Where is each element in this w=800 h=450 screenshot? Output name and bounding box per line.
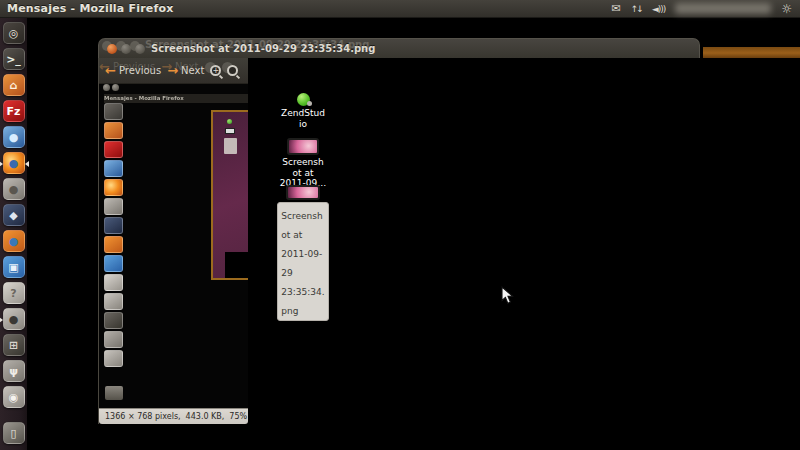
screenshot-1-label: Screensh ot at 2011-09… [280, 157, 327, 189]
viewed-mini-launcher-item [104, 293, 123, 310]
launcher-item-filezilla[interactable]: Fz [3, 100, 25, 122]
next-label: Next [181, 65, 204, 76]
launcher-item-cd-disc[interactable]: ◉ [3, 386, 25, 408]
launcher-icon: >_ [6, 54, 21, 65]
previous-label: Previous [119, 65, 161, 76]
viewed-mini-launcher-item [104, 122, 123, 139]
launcher-icon: ◆ [9, 210, 17, 221]
background-window-strip [703, 47, 800, 58]
screenshot-2-label: Screensh ot at 2011-09- 29 23:35:34. png [281, 211, 324, 316]
zendstudio-icon [297, 93, 310, 106]
launcher-icon: ⌂ [10, 80, 18, 91]
launcher-item-usb-drive[interactable]: ψ [3, 360, 25, 382]
viewer-statusbar: 1366 × 768 pixels, 443.0 KB, 75% [99, 408, 248, 424]
launcher-item-blender[interactable]: ● [3, 230, 25, 252]
zoom-fit-icon[interactable] [227, 65, 238, 76]
trash-icon: ▯ [10, 428, 16, 439]
envelope-icon[interactable]: ✉ [611, 1, 620, 17]
volume-icon[interactable]: ◄))) [652, 1, 665, 17]
top-panel: Mensajes - Mozilla Firefox ✉ ↑↓ ◄))) ☼ [0, 0, 800, 18]
launcher-icon: ● [9, 236, 19, 247]
viewer-titlebar[interactable]: Screenshot at 2011-09-29 23:35:34.png [98, 38, 700, 58]
launcher-icon: ◎ [9, 28, 19, 39]
viewed-mini-launcher-item [104, 274, 123, 291]
active-window-title: Mensajes - Mozilla Firefox [0, 2, 174, 15]
launcher-item-screenshot-tool[interactable]: ● [3, 308, 25, 330]
unity-launcher: ◎ >_ ⌂ Fz ● ● ● ◆ ● ▣ [0, 18, 27, 450]
launcher-icon: ? [10, 288, 16, 299]
launcher-icon: ● [9, 158, 19, 169]
launcher-item-workspace-switcher[interactable]: ⊞ [3, 334, 25, 356]
viewed-mini-button [103, 84, 110, 91]
maximize-button[interactable] [135, 44, 145, 54]
launcher-item-ubuntu-dash[interactable]: ◎ [3, 22, 25, 44]
launcher-icon: ψ [9, 366, 18, 377]
viewed-mini-launcher-item [104, 312, 123, 329]
status-zoom-level: 75% [229, 412, 247, 421]
viewed-mini-button [112, 84, 119, 91]
launcher-icon: ⊞ [9, 340, 18, 351]
network-arrows-icon[interactable]: ↑↓ [631, 1, 642, 17]
viewed-mini-launcher-item [104, 255, 123, 272]
screenshot-thumbnail-icon [287, 138, 319, 155]
selected-label-box: Screensh ot at 2011-09- 29 23:35:34. png [277, 202, 328, 321]
zoom-in-icon[interactable]: + [210, 65, 221, 76]
window-controls [99, 44, 151, 54]
viewed-mini-panel: Mensajes - Mozilla Firefox [104, 94, 248, 103]
system-tray: ✉ ↑↓ ◄))) ☼ [611, 1, 800, 17]
launcher-icon: ◉ [9, 392, 19, 403]
zendstudio-label: ZendStud io [281, 108, 325, 129]
launcher-item-inkscape[interactable]: ◆ [3, 204, 25, 226]
viewed-mini-window [211, 110, 248, 280]
viewed-image-canvas[interactable]: Mensajes - Mozilla Firefox [99, 84, 248, 408]
launcher-item-help[interactable]: ? [3, 282, 25, 304]
previous-button[interactable]: ← Previous [105, 63, 161, 78]
launcher-item-gimp[interactable]: ● [3, 178, 25, 200]
viewed-mini-launcher [104, 103, 126, 367]
viewed-mini-launcher-item [104, 198, 123, 215]
next-button[interactable]: → Next [167, 63, 204, 78]
launcher-icon: Fz [7, 106, 21, 117]
status-filesize: 443.0 KB, [186, 412, 225, 421]
next-arrow-icon: → [167, 63, 178, 78]
launcher-item-terminal[interactable]: >_ [3, 48, 25, 70]
blurred-clock-area[interactable] [675, 3, 771, 14]
viewed-mini-launcher-item [104, 103, 123, 120]
launcher-icon: ● [9, 132, 19, 143]
mouse-cursor [501, 286, 514, 305]
launcher-icon: ▣ [8, 262, 18, 273]
launcher-icon: ● [9, 184, 19, 195]
desktop-icon-zendstudio[interactable]: ZendStud io [274, 93, 332, 129]
screenshot-thumbnail-icon [286, 185, 320, 200]
launcher-item-blue-globe-app[interactable]: ● [3, 126, 25, 148]
gear-icon[interactable]: ☼ [781, 1, 792, 17]
launcher-item-image-viewer[interactable]: ▣ [3, 256, 25, 278]
viewer-toolbar: ← Previous → Next + [99, 58, 248, 84]
minimize-button[interactable] [121, 44, 131, 54]
viewed-mini-launcher-item [104, 236, 123, 253]
launcher-item-home-folder[interactable]: ⌂ [3, 74, 25, 96]
desktop-root: Screenshot at 2011-09-29 23:35:34.png ← … [0, 0, 800, 450]
launcher-item-trash[interactable]: ▯ [3, 422, 25, 444]
previous-arrow-icon: ← [105, 63, 116, 78]
viewed-mini-selected-label [224, 138, 237, 154]
close-button[interactable] [107, 44, 117, 54]
viewed-mini-black-area [225, 252, 248, 278]
viewed-mini-thumbnail [225, 128, 235, 134]
viewer-window-title: Screenshot at 2011-09-29 23:35:34.png [151, 43, 375, 54]
viewed-mini-launcher-item [104, 179, 123, 196]
viewed-mini-launcher-item [104, 141, 123, 158]
viewed-mini-zendstudio-icon [227, 119, 232, 124]
viewed-mini-launcher-item [104, 217, 123, 234]
viewed-mini-trash-icon [105, 386, 123, 400]
desktop-icon-screenshot-2-selected[interactable]: Screensh ot at 2011-09- 29 23:35:34. png [274, 185, 332, 321]
desktop-icon-screenshot-1[interactable]: Screensh ot at 2011-09… [274, 138, 332, 189]
status-dimensions: 1366 × 768 pixels, [105, 412, 181, 421]
viewed-mini-launcher-item [104, 160, 123, 177]
viewer-window-body: ← Previous → Next + Mensajes - Mozilla F… [98, 58, 248, 424]
viewed-mini-panel-title: Mensajes - Mozilla Firefox [104, 95, 184, 101]
viewed-mini-launcher-item [104, 350, 123, 367]
viewed-mini-launcher-item [104, 331, 123, 348]
launcher-icon: ● [9, 314, 19, 325]
launcher-item-firefox[interactable]: ● [3, 152, 25, 174]
